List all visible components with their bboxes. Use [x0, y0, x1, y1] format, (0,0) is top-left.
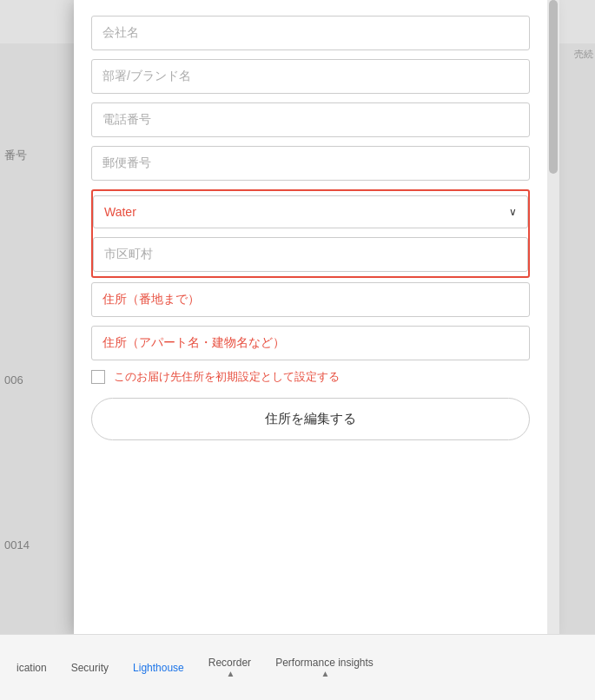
toolbar-item-lighthouse[interactable]: Lighthouse — [121, 662, 196, 674]
bottom-toolbar: ication Security Lighthouse Recorder ▲ P… — [0, 634, 595, 700]
default-address-row[interactable]: このお届け先住所を初期設定として設定する — [91, 369, 530, 385]
modal-scrollbar[interactable] — [547, 0, 559, 634]
address1-field[interactable]: 住所（番地まで） — [91, 282, 530, 317]
toolbar-item-performance[interactable]: Performance insights ▲ — [263, 657, 386, 678]
toolbar-item-security[interactable]: Security — [59, 662, 121, 674]
default-address-label: このお届け先住所を初期設定として設定する — [114, 369, 340, 385]
address2-field[interactable]: 住所（アパート名・建物名など） — [91, 326, 530, 360]
toolbar-item-notification[interactable]: ication — [4, 662, 59, 674]
highlight-box: Water ∨ 市区町村 — [91, 189, 530, 278]
phone-field[interactable]: 電話番号 — [91, 102, 530, 137]
modal-content: 会社名 部署/ブランド名 電話番号 郵便番号 Water ∨ 市区町村 — [74, 0, 547, 634]
modal: 会社名 部署/ブランド名 電話番号 郵便番号 Water ∨ 市区町村 — [74, 0, 547, 634]
scrollbar-thumb[interactable] — [549, 0, 558, 174]
company-name-field[interactable]: 会社名 — [91, 16, 530, 50]
postal-field[interactable]: 郵便番号 — [91, 146, 530, 181]
prefecture-dropdown[interactable]: Water ∨ — [93, 195, 528, 228]
department-field[interactable]: 部署/ブランド名 — [91, 59, 530, 94]
performance-icon: ▲ — [321, 669, 330, 678]
save-address-button[interactable]: 住所を編集する — [91, 398, 530, 440]
toolbar-item-recorder[interactable]: Recorder ▲ — [196, 657, 263, 678]
recorder-icon: ▲ — [226, 669, 235, 678]
chevron-down-icon: ∨ — [509, 206, 517, 218]
default-address-checkbox[interactable] — [91, 370, 105, 384]
dropdown-value: Water — [104, 205, 136, 219]
city-field[interactable]: 市区町村 — [93, 237, 528, 272]
